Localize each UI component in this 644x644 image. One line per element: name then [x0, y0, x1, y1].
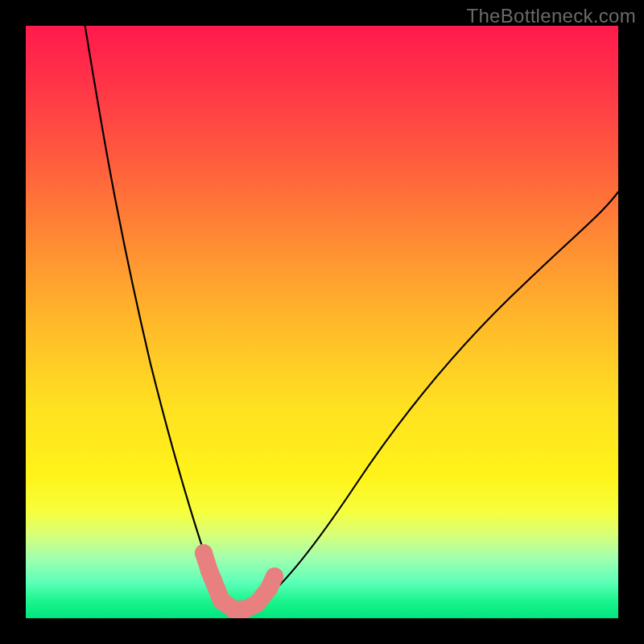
marker-point [248, 595, 266, 613]
marker-point [200, 562, 218, 580]
left-curve [85, 26, 225, 605]
marker-point [195, 544, 213, 562]
outer-frame: TheBottleneck.com [0, 0, 644, 644]
attribution-text: TheBottleneck.com [466, 5, 636, 27]
chart-svg [26, 26, 618, 618]
right-curve [262, 192, 618, 601]
plot-area [26, 26, 618, 618]
marker-point [266, 568, 283, 585]
